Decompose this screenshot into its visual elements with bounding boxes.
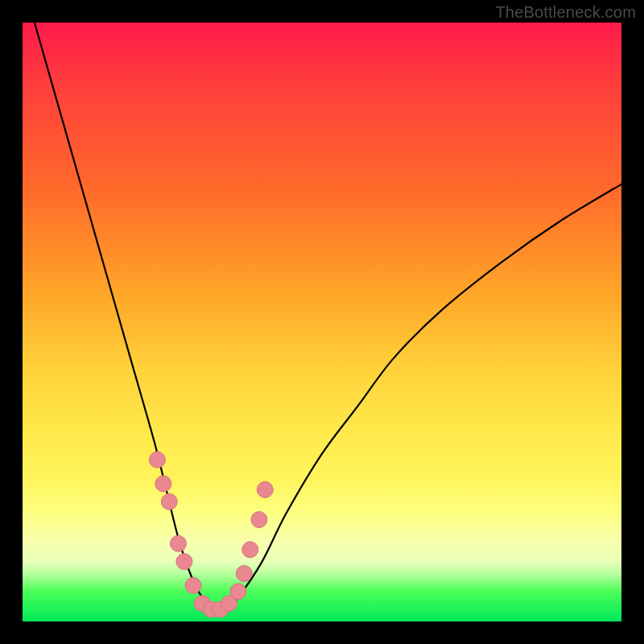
curve-svg <box>23 23 621 621</box>
highlight-dot <box>176 554 192 570</box>
highlight-dot <box>149 452 165 468</box>
highlight-dot <box>257 481 273 497</box>
watermark-text: TheBottleneck.com <box>495 3 636 22</box>
bottleneck-curve <box>35 23 621 611</box>
chart-frame: TheBottleneck.com <box>0 0 644 644</box>
highlight-dot <box>170 535 186 551</box>
highlight-dot <box>155 476 171 492</box>
marker-group <box>149 452 273 617</box>
highlight-dot <box>161 493 177 510</box>
highlight-dot <box>236 565 252 581</box>
highlight-dot <box>185 577 201 593</box>
plot-area <box>23 23 621 621</box>
highlight-dot <box>242 542 258 558</box>
highlight-dot <box>251 512 267 528</box>
highlight-dot <box>230 584 246 600</box>
